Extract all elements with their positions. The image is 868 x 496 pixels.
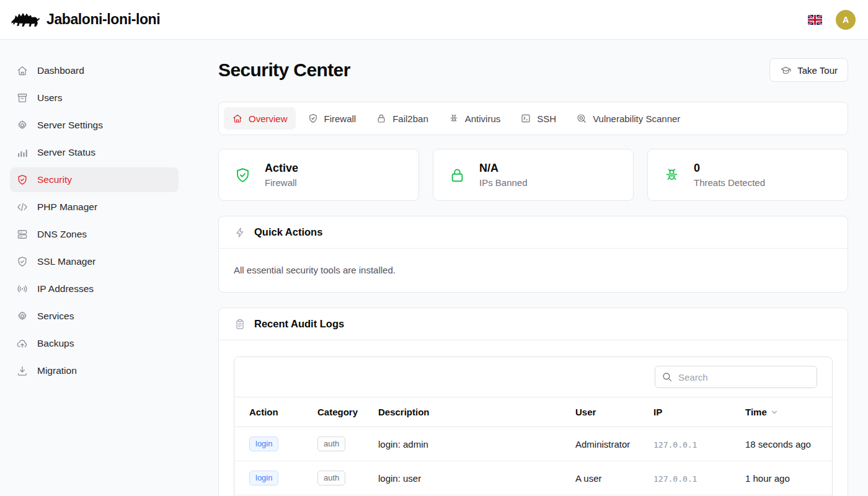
stat-label: IPs Banned (479, 176, 528, 189)
sidebar-item-label: Migration (37, 365, 77, 376)
security-tabs: Overview Firewall Fail2ban Antivirus SSH… (218, 102, 848, 135)
sidebar-item-label: Server Status (37, 147, 95, 158)
sidebar-item-ip-addresses[interactable]: IP Addresses (10, 277, 179, 301)
broadcast-icon (16, 283, 29, 295)
sidebar-item-dashboard[interactable]: Dashboard (10, 58, 179, 83)
sidebar-item-server-status[interactable]: Server Status (10, 140, 179, 165)
stat-value: 0 (694, 161, 765, 175)
tab-fail2ban[interactable]: Fail2ban (368, 107, 436, 130)
threats-detected-card: 0 Threats Detected (647, 149, 848, 201)
lightning-bolt-icon (234, 226, 246, 239)
page-title: Security Center (218, 59, 350, 81)
take-tour-button[interactable]: Take Tour (769, 58, 848, 82)
log-ip: 127.0.0.1 (653, 440, 697, 450)
audit-logs-section: Recent Audit Logs (218, 308, 848, 496)
tab-ssh[interactable]: SSH (512, 107, 564, 130)
ips-banned-card: N/A IPs Banned (433, 149, 634, 201)
section-title: Quick Actions (254, 226, 322, 238)
server-stack-icon (16, 228, 29, 241)
home-icon (16, 64, 29, 77)
gear-icon (16, 310, 29, 322)
sidebar-item-label: Security (37, 174, 72, 185)
users-box-icon (16, 92, 29, 104)
sidebar-item-services[interactable]: Services (10, 304, 179, 329)
sidebar-item-label: DNS Zones (37, 229, 87, 240)
sidebar-item-backups[interactable]: Backups (10, 331, 179, 356)
boar-logo-icon (10, 9, 40, 30)
sidebar-item-server-settings[interactable]: Server Settings (10, 113, 179, 138)
user-avatar[interactable]: A (836, 10, 856, 30)
stat-value: N/A (479, 161, 528, 175)
log-time: 18 seconds ago (730, 427, 832, 461)
language-flag-icon[interactable] (808, 15, 822, 25)
stat-label: Threats Detected (694, 176, 765, 189)
lock-icon (376, 113, 387, 124)
log-time: 1 hour ago (730, 461, 832, 495)
app-title: Jabaloni-loni-loni (46, 11, 160, 28)
sidebar-item-label: IP Addresses (37, 283, 94, 294)
main-content: Security Center Take Tour Overview Firew… (188, 40, 868, 496)
search-input[interactable] (655, 366, 817, 388)
sidebar-item-label: Dashboard (37, 65, 84, 76)
bar-chart-icon (16, 146, 29, 159)
sidebar-item-php-manager[interactable]: PHP Manager (10, 195, 179, 219)
tab-vulnerability-scanner[interactable]: Vulnerability Scanner (568, 107, 688, 130)
bug-icon (663, 166, 681, 184)
log-user: A user (560, 461, 639, 495)
log-description: login: user (363, 461, 560, 495)
tab-firewall[interactable]: Firewall (299, 107, 365, 130)
shield-check-icon (16, 174, 29, 186)
cloud-upload-icon (16, 337, 29, 350)
action-badge: login (249, 471, 278, 485)
sidebar-item-dns-zones[interactable]: DNS Zones (10, 222, 179, 247)
clipboard-icon (234, 318, 246, 330)
scanner-icon (576, 113, 587, 124)
section-title: Recent Audit Logs (254, 318, 344, 330)
stat-label: Firewall (265, 176, 298, 189)
bug-icon (448, 113, 459, 124)
tab-overview[interactable]: Overview (224, 107, 296, 130)
table-row: login auth login: user A user 127.0.0.1 … (234, 461, 832, 495)
category-badge: auth (317, 436, 345, 451)
shield-check-icon (16, 255, 29, 268)
log-description: login: admin (363, 427, 560, 461)
audit-logs-table-card: Action Category Description User IP Time (234, 356, 833, 496)
sidebar-item-label: Services (37, 311, 74, 322)
column-header-ip: IP (639, 397, 730, 427)
code-icon (16, 201, 29, 213)
sidebar-item-users[interactable]: Users (10, 86, 179, 110)
app-brand[interactable]: Jabaloni-loni-loni (10, 9, 160, 30)
column-header-category: Category (303, 397, 363, 427)
home-icon (232, 113, 243, 124)
category-badge: auth (317, 471, 345, 485)
sidebar-item-migration[interactable]: Migration (10, 358, 179, 383)
terminal-square-icon (520, 113, 531, 124)
log-ip: 127.0.0.1 (653, 474, 697, 484)
firewall-status-card: Active Firewall (218, 149, 419, 201)
column-header-action: Action (234, 397, 303, 427)
gear-icon (16, 119, 29, 131)
sidebar-item-label: SSL Manager (37, 256, 95, 267)
top-header: Jabaloni-loni-loni A (0, 0, 868, 40)
column-header-time: Time (730, 397, 832, 427)
table-row: login auth login: admin Administrator 12… (234, 427, 832, 461)
sidebar-item-label: Users (37, 92, 62, 104)
column-header-user: User (560, 397, 639, 427)
log-user: Administrator (560, 427, 639, 461)
table-header-row: Action Category Description User IP Time (234, 397, 832, 427)
download-icon (16, 365, 29, 377)
sidebar-item-label: Server Settings (37, 120, 103, 131)
sidebar-item-label: Backups (37, 338, 74, 349)
sidebar-item-label: PHP Manager (37, 202, 97, 213)
tab-antivirus[interactable]: Antivirus (440, 107, 509, 130)
chevron-down-icon (770, 408, 779, 417)
sidebar-item-security[interactable]: Security (10, 167, 179, 192)
sidebar-item-ssl-manager[interactable]: SSL Manager (10, 249, 179, 274)
audit-logs-table: Action Category Description User IP Time (234, 397, 832, 496)
quick-actions-section: Quick Actions All essential security too… (218, 216, 848, 293)
stat-value: Active (265, 161, 298, 175)
column-header-description: Description (363, 397, 560, 427)
sort-by-time[interactable]: Time (745, 407, 779, 417)
shield-check-icon (308, 113, 319, 124)
quick-actions-message: All essential security tools are install… (234, 265, 396, 275)
